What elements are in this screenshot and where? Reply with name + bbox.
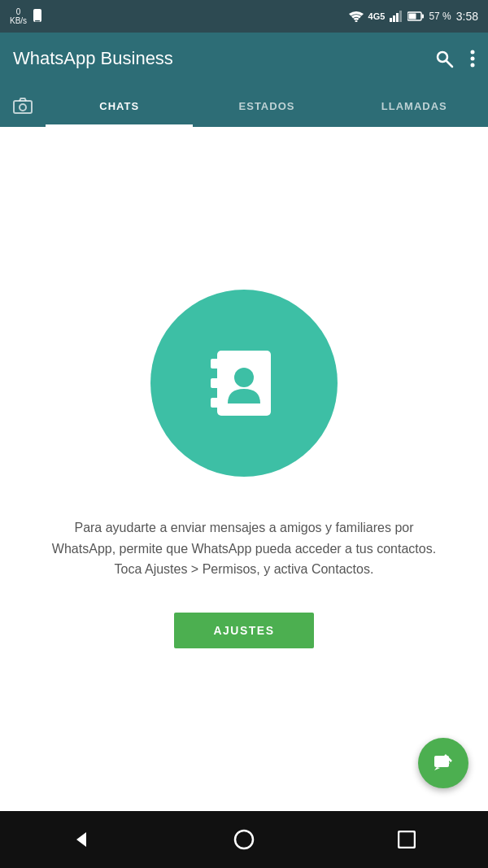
svg-rect-8 (422, 15, 425, 19)
search-button[interactable] (434, 49, 454, 68)
svg-rect-3 (390, 18, 392, 22)
search-icon (434, 49, 454, 68)
svg-point-13 (471, 57, 475, 61)
contact-book-icon (199, 338, 289, 428)
tabs-bar: CHATS ESTADOS LLAMADAS (0, 85, 488, 127)
battery-icon (407, 11, 424, 21)
svg-rect-6 (399, 11, 402, 22)
svg-line-11 (447, 61, 452, 67)
back-button[interactable] (57, 815, 106, 864)
data-speed-indicator: 0 KB/s (10, 7, 27, 25)
svg-rect-19 (211, 378, 219, 388)
svg-point-27 (235, 831, 253, 848)
svg-point-21 (234, 368, 254, 387)
svg-marker-26 (76, 832, 86, 847)
main-content: Para ayudarte a enviar mensajes a amigos… (0, 127, 488, 811)
app-header: WhatsApp Business (0, 33, 488, 85)
more-vert-icon (470, 49, 475, 68)
svg-rect-4 (393, 15, 395, 22)
home-button[interactable] (220, 815, 268, 864)
phone-icon (32, 9, 43, 24)
recent-apps-icon (398, 831, 416, 848)
home-circle-icon (233, 829, 255, 850)
tab-chats[interactable]: CHATS (46, 85, 193, 127)
tab-camera[interactable] (0, 85, 46, 127)
bottom-nav (0, 811, 488, 868)
svg-point-2 (355, 20, 357, 22)
svg-rect-5 (396, 13, 399, 22)
svg-point-14 (471, 63, 475, 68)
wifi-icon (349, 11, 364, 22)
svg-point-12 (471, 50, 475, 55)
svg-rect-0 (33, 9, 41, 22)
svg-point-16 (20, 104, 26, 111)
signal-icon (390, 11, 403, 22)
camera-icon (13, 97, 33, 115)
recent-apps-button[interactable] (382, 815, 431, 864)
tab-llamadas[interactable]: LLAMADAS (341, 85, 488, 127)
svg-rect-20 (211, 398, 219, 408)
more-options-button[interactable] (470, 49, 475, 68)
status-bar: 0 KB/s 4G5 57 % 3:58 (0, 0, 488, 33)
svg-rect-18 (211, 359, 219, 369)
network-indicator: 4G5 (368, 11, 386, 21)
tab-estados[interactable]: ESTADOS (193, 85, 340, 127)
contact-illustration (150, 290, 338, 477)
time-label: 3:58 (456, 10, 478, 23)
svg-rect-1 (35, 20, 40, 22)
ajustes-button[interactable]: AJUSTES (174, 613, 313, 648)
svg-marker-23 (434, 767, 440, 770)
back-icon (72, 830, 91, 849)
app-title: WhatsApp Business (13, 48, 434, 69)
battery-label: 57 % (429, 11, 451, 22)
svg-rect-28 (399, 831, 415, 848)
new-chat-icon (432, 752, 455, 774)
permission-text: Para ayudarte a enviar mensajes a amigos… (49, 517, 439, 580)
new-chat-fab[interactable] (418, 738, 468, 788)
svg-rect-9 (409, 14, 416, 20)
